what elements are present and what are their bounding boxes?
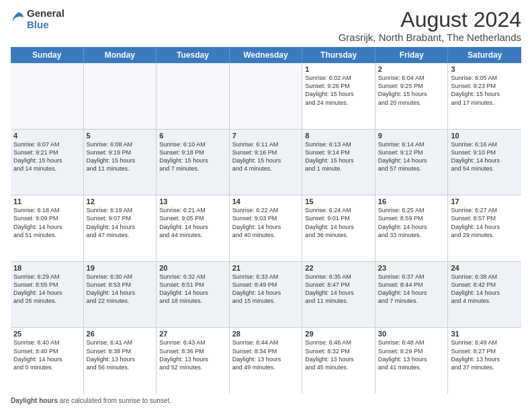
calendar-cell: 29Sunrise: 6:46 AMSunset: 8:32 PMDayligh…: [302, 328, 375, 394]
day-number: 3: [451, 65, 519, 73]
cell-text: and 20 minutes.: [378, 99, 445, 107]
cell-text: Sunset: 9:05 PM: [159, 214, 226, 222]
cell-text: Daylight: 14 hours: [305, 289, 372, 297]
cell-text: Sunrise: 6:41 AM: [87, 338, 154, 347]
calendar-cell: 31Sunrise: 6:49 AMSunset: 8:27 PMDayligh…: [448, 328, 521, 394]
calendar-row: 4Sunrise: 6:07 AMSunset: 9:21 PMDaylight…: [11, 130, 521, 196]
day-number: 6: [159, 132, 226, 140]
calendar-cell: 14Sunrise: 6:22 AMSunset: 9:03 PMDayligh…: [230, 195, 303, 261]
calendar-cell: [230, 63, 303, 129]
cell-text: Sunrise: 6:32 AM: [159, 273, 226, 281]
cell-text: Daylight: 14 hours: [87, 289, 154, 297]
calendar-cell: 8Sunrise: 6:13 AMSunset: 9:14 PMDaylight…: [302, 130, 375, 195]
day-number: 26: [87, 330, 154, 338]
calendar-cell: 3Sunrise: 6:05 AMSunset: 9:23 PMDaylight…: [448, 63, 521, 129]
cell-text: Sunrise: 6:44 AM: [232, 338, 300, 347]
calendar-cell: [157, 63, 230, 129]
cell-text: Sunset: 8:36 PM: [159, 347, 226, 355]
cell-text: and 17 minutes.: [451, 99, 519, 107]
cell-text: Daylight: 14 hours: [451, 156, 519, 165]
calendar-cell: 23Sunrise: 6:37 AMSunset: 8:44 PMDayligh…: [375, 262, 449, 328]
cell-text: Sunset: 8:57 PM: [451, 214, 519, 222]
calendar-cell: 11Sunrise: 6:18 AMSunset: 9:09 PMDayligh…: [11, 195, 84, 261]
day-number: 21: [232, 264, 300, 272]
cell-text: Daylight: 14 hours: [305, 223, 372, 231]
cell-text: and 24 minutes.: [305, 99, 372, 107]
day-number: 28: [232, 330, 300, 338]
cell-text: and 57 minutes.: [378, 165, 445, 173]
cell-text: and 52 minutes.: [159, 363, 226, 371]
cell-text: Sunset: 9:16 PM: [232, 148, 300, 156]
cell-text: Daylight: 14 hours: [451, 289, 519, 297]
cell-text: and 14 minutes.: [13, 165, 81, 173]
cell-text: Sunset: 8:42 PM: [451, 281, 519, 289]
cell-text: Sunrise: 6:10 AM: [159, 140, 226, 148]
cell-text: Daylight: 15 hours: [13, 156, 81, 165]
cell-text: Sunset: 8:32 PM: [305, 347, 372, 355]
day-number: 17: [451, 197, 519, 205]
cell-text: and 49 minutes.: [232, 363, 300, 371]
cell-text: Sunrise: 6:33 AM: [232, 273, 300, 281]
calendar-cell: 5Sunrise: 6:08 AMSunset: 9:19 PMDaylight…: [84, 130, 157, 195]
day-number: 24: [451, 264, 519, 272]
cell-text: Sunrise: 6:24 AM: [305, 206, 372, 214]
cell-text: Daylight: 14 hours: [159, 289, 226, 297]
cell-text: Sunrise: 6:18 AM: [13, 206, 81, 214]
cell-text: and 29 minutes.: [451, 231, 519, 239]
page: General Blue August 2024 Grasrijk, North…: [0, 0, 532, 411]
day-number: 20: [159, 264, 226, 272]
cell-text: Sunrise: 6:35 AM: [305, 273, 372, 281]
calendar-cell: 19Sunrise: 6:30 AMSunset: 8:53 PMDayligh…: [84, 262, 157, 328]
day-number: 2: [378, 65, 445, 73]
cell-text: Daylight: 14 hours: [13, 355, 81, 363]
day-number: 8: [305, 132, 372, 140]
day-number: 14: [232, 197, 300, 205]
calendar-cell: 28Sunrise: 6:44 AMSunset: 8:34 PMDayligh…: [230, 328, 303, 394]
cell-text: Sunset: 9:25 PM: [378, 82, 445, 90]
calendar-cell: 17Sunrise: 6:27 AMSunset: 8:57 PMDayligh…: [448, 195, 521, 261]
calendar-body: 1Sunrise: 6:02 AMSunset: 9:26 PMDaylight…: [11, 63, 521, 394]
calendar-cell: 30Sunrise: 6:48 AMSunset: 8:29 PMDayligh…: [375, 328, 449, 394]
calendar-row: 11Sunrise: 6:18 AMSunset: 9:09 PMDayligh…: [11, 195, 521, 262]
cell-text: Sunset: 9:01 PM: [305, 214, 372, 222]
cell-text: Sunset: 8:55 PM: [13, 281, 81, 289]
calendar-cell: 20Sunrise: 6:32 AMSunset: 8:51 PMDayligh…: [157, 262, 230, 328]
day-number: 15: [305, 197, 372, 205]
cell-text: Sunset: 9:09 PM: [13, 214, 81, 222]
calendar-row: 25Sunrise: 6:40 AMSunset: 8:40 PMDayligh…: [11, 328, 521, 394]
calendar-cell: 16Sunrise: 6:25 AMSunset: 8:59 PMDayligh…: [375, 195, 449, 261]
cell-text: Daylight: 15 hours: [451, 90, 519, 98]
calendar-cell: 24Sunrise: 6:38 AMSunset: 8:42 PMDayligh…: [448, 262, 521, 328]
cell-text: and 18 minutes.: [159, 297, 226, 305]
cell-text: Sunrise: 6:02 AM: [305, 74, 372, 82]
cell-text: Daylight: 14 hours: [13, 289, 81, 297]
cell-text: Daylight: 14 hours: [232, 223, 300, 231]
footer-label: Daylight hours: [11, 397, 58, 404]
cell-text: Daylight: 13 hours: [87, 355, 154, 363]
calendar-cell: 1Sunrise: 6:02 AMSunset: 9:26 PMDaylight…: [302, 63, 375, 129]
cell-text: Daylight: 15 hours: [305, 90, 372, 98]
calendar-cell: 25Sunrise: 6:40 AMSunset: 8:40 PMDayligh…: [11, 328, 84, 394]
day-number: 1: [305, 65, 372, 73]
footer-text: are calculated from sunrise to sunset.: [58, 397, 171, 404]
cell-text: Sunset: 9:10 PM: [451, 148, 519, 156]
cell-text: Daylight: 15 hours: [159, 156, 226, 165]
day-number: 11: [13, 197, 81, 205]
day-number: 4: [13, 132, 81, 140]
cell-text: and 7 minutes.: [159, 165, 226, 173]
cell-text: Daylight: 15 hours: [305, 156, 372, 165]
day-number: 25: [13, 330, 81, 338]
calendar-cell: 27Sunrise: 6:43 AMSunset: 8:36 PMDayligh…: [157, 328, 230, 394]
cell-text: Sunrise: 6:08 AM: [87, 140, 154, 148]
day-number: 10: [451, 132, 519, 140]
day-number: 22: [305, 264, 372, 272]
cell-text: Sunrise: 6:43 AM: [159, 338, 226, 347]
cell-text: and 33 minutes.: [378, 231, 445, 239]
cell-text: and 7 minutes.: [378, 297, 445, 305]
calendar-cell: [84, 63, 157, 129]
header-friday: Friday: [375, 47, 449, 63]
cell-text: Daylight: 14 hours: [378, 289, 445, 297]
cell-text: and 51 minutes.: [13, 231, 81, 239]
cell-text: and 45 minutes.: [305, 363, 372, 371]
cell-text: Daylight: 13 hours: [159, 355, 226, 363]
